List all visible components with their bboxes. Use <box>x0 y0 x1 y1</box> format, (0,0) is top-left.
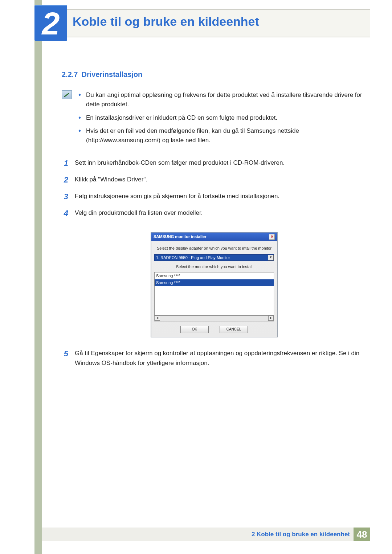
step-text: Sett inn brukerhåndbok-CDen som følger m… <box>75 157 367 169</box>
bullet-icon: • <box>78 113 81 123</box>
chapter-title: Koble til og bruke en kildeenhet <box>73 15 259 29</box>
list-item[interactable]: Samsung **** <box>155 279 274 286</box>
note-item: •En installasjonsdriver er inkludert på … <box>78 113 367 123</box>
note-item: •Du kan angi optimal oppløsning og frekv… <box>78 90 367 110</box>
section-heading: 2.2.7Driverinstallasjon <box>62 69 367 80</box>
scroll-left-icon[interactable]: ◄ <box>155 316 160 321</box>
step-item: 3Følg instruksjonene som gis på skjermen… <box>62 190 367 203</box>
step-number: 1 <box>62 157 68 169</box>
horizontal-scrollbar[interactable]: ◄ ► <box>154 316 274 321</box>
ok-button[interactable]: OK <box>180 326 209 333</box>
section-title: Driverinstallasjon <box>81 70 142 78</box>
page: 2 Koble til og bruke en kildeenhet 2.2.7… <box>0 0 392 554</box>
bullet-icon: • <box>78 90 81 110</box>
steps-list: 1Sett inn brukerhåndbok-CDen som følger … <box>62 157 367 219</box>
chevron-down-icon[interactable]: ▼ <box>268 255 274 260</box>
step-text: Velg din produktmodell fra listen over m… <box>75 207 367 219</box>
note-text: Hvis det er en feil ved den medfølgende … <box>86 126 367 145</box>
note-text: Du kan angi optimal oppløsning og frekve… <box>86 90 367 110</box>
cancel-button[interactable]: CANCEL <box>220 326 248 333</box>
section-number: 2.2.7 <box>62 70 78 78</box>
step-text: Gå til Egenskaper for skjerm og kontroll… <box>75 348 367 368</box>
note-block: •Du kan angi optimal oppløsning og frekv… <box>62 90 367 149</box>
dialog-body: Select the display adapter on which you … <box>151 241 277 337</box>
dialog-titlebar: SAMSUNG monitor installer ✕ <box>151 233 277 241</box>
step-number: 2 <box>62 174 68 186</box>
step-text: Klikk på "Windows Driver". <box>75 174 367 186</box>
note-icon <box>62 90 72 99</box>
step-number: 4 <box>62 207 68 219</box>
step-item: 1Sett inn brukerhåndbok-CDen som følger … <box>62 157 367 169</box>
step-item: 4Velg din produktmodell fra listen over … <box>62 207 367 219</box>
left-stripe <box>34 0 42 554</box>
dialog-title: SAMSUNG monitor installer <box>154 234 206 240</box>
dialog-instruction-1: Select the display adapter on which you … <box>154 245 274 251</box>
chapter-number: 2 <box>42 8 60 40</box>
scroll-right-icon[interactable]: ► <box>268 316 274 321</box>
close-icon[interactable]: ✕ <box>269 234 275 240</box>
step-number: 5 <box>62 348 68 368</box>
installer-dialog: SAMSUNG monitor installer ✕ Select the d… <box>151 232 278 337</box>
note-list: •Du kan angi optimal oppløsning og frekv… <box>78 90 367 149</box>
adapter-selected-value: 1. RADEON 9550 : Plug and Play Monitor <box>156 255 230 261</box>
adapter-select[interactable]: 1. RADEON 9550 : Plug and Play Monitor ▼ <box>154 254 274 261</box>
note-text: En installasjonsdriver er inkludert på C… <box>86 113 277 123</box>
step-item: 2Klikk på "Windows Driver". <box>62 174 367 186</box>
monitor-list[interactable]: Samsung **** Samsung **** <box>154 272 274 316</box>
footer-label: 2 Koble til og bruke en kildeenhet <box>252 531 350 538</box>
chapter-badge: 2 <box>34 5 67 41</box>
footer: 2 Koble til og bruke en kildeenhet 48 <box>42 528 370 541</box>
step-item: 5 Gå til Egenskaper for skjerm og kontro… <box>62 348 367 368</box>
dialog-instruction-2: Select the monitor which you want to ins… <box>154 264 274 270</box>
dialog-buttons: OK CANCEL <box>154 326 274 333</box>
step-text: Følg instruksjonene som gis på skjermen … <box>75 190 367 203</box>
page-number: 48 <box>354 528 370 541</box>
note-item: •Hvis det er en feil ved den medfølgende… <box>78 126 367 145</box>
list-item[interactable]: Samsung **** <box>155 272 274 279</box>
content: 2.2.7Driverinstallasjon •Du kan angi opt… <box>62 69 367 372</box>
bullet-icon: • <box>78 126 81 145</box>
step-number: 3 <box>62 190 68 203</box>
